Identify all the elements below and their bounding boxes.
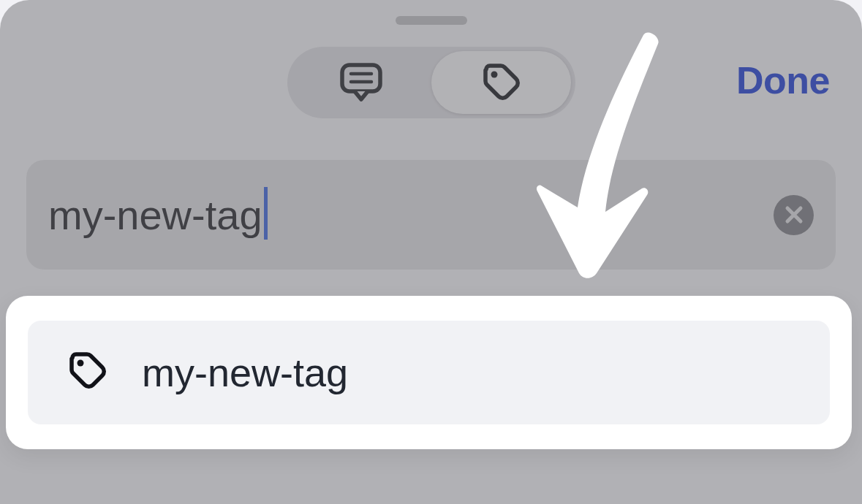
suggestion-label: my-new-tag — [142, 350, 348, 395]
suggestion-row[interactable]: my-new-tag — [28, 321, 830, 424]
svg-point-4 — [77, 360, 84, 367]
annotation-arrow — [526, 32, 673, 298]
tag-icon — [66, 350, 108, 395]
tag-sheet: Done my-new-tag my-new-tag — [0, 0, 862, 504]
suggestion-popup: my-new-tag — [6, 296, 852, 449]
